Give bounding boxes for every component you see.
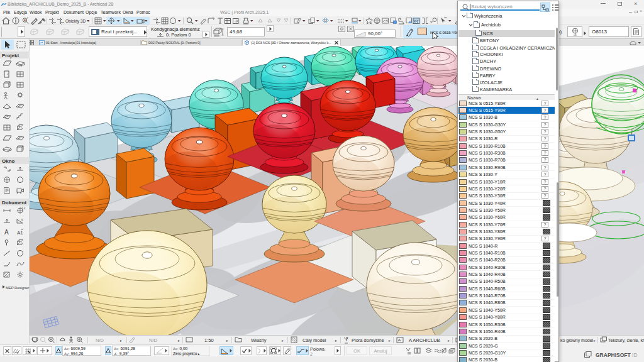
svg-text:A1: A1 <box>17 230 23 236</box>
svg-text:α: α <box>21 217 23 221</box>
svg-text:A: A <box>4 229 9 236</box>
svg-text:MEP Designer: MEP Designer <box>6 286 29 290</box>
svg-text:Dokument: Dokument <box>2 200 26 206</box>
svg-text:Obiekty 3D: Obiekty 3D <box>65 19 86 24</box>
svg-text:Okno: Okno <box>2 158 15 164</box>
svg-text:1.2: 1.2 <box>21 207 26 210</box>
svg-text:Projekt: Projekt <box>2 53 19 58</box>
